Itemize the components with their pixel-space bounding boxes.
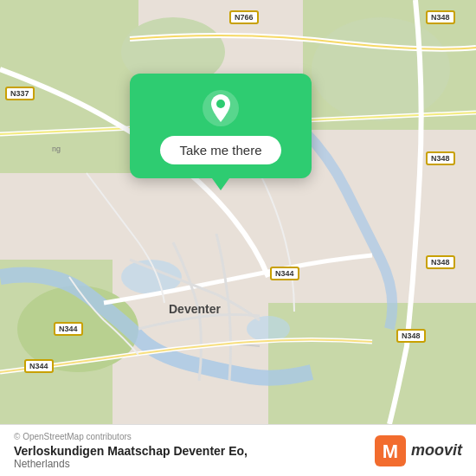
road-badge-n348-right1: N348 <box>426 151 455 165</box>
svg-point-9 <box>247 316 290 342</box>
svg-rect-4 <box>268 303 476 424</box>
road-badge-n344-mid: N344 <box>270 267 299 280</box>
svg-text:M: M <box>383 441 398 462</box>
take-me-there-button[interactable]: Take me there <box>160 136 280 164</box>
svg-text:ng: ng <box>52 145 61 153</box>
svg-point-6 <box>312 17 450 121</box>
road-badge-n344-left1: N344 <box>54 322 83 336</box>
road-badge-n348-top: N348 <box>426 10 455 24</box>
road-badge-n348-right3: N348 <box>396 329 426 343</box>
svg-text:Deventer: Deventer <box>169 302 221 316</box>
moovit-logo: M moovit <box>375 435 462 466</box>
footer-info: © OpenStreetMap contributors Verloskundi… <box>14 432 248 470</box>
location-name: Verloskundigen Maatschap Deventer Eo, <box>14 444 248 458</box>
road-badge-n348-right2: N348 <box>426 255 455 269</box>
map-container: Deventer ng N766 N766 N348 N348 N348 N34… <box>0 0 476 424</box>
footer: © OpenStreetMap contributors Verloskundi… <box>0 424 476 476</box>
road-badge-n337: N337 <box>5 87 35 100</box>
svg-point-15 <box>216 100 225 108</box>
location-country: Netherlands <box>14 458 248 470</box>
moovit-m-icon: M <box>375 435 406 466</box>
location-pin-icon <box>202 89 240 127</box>
popup-card: Take me there <box>130 74 312 178</box>
moovit-brand-text: moovit <box>411 441 462 460</box>
road-badge-n344-left2: N344 <box>24 359 54 373</box>
road-badge-n766-top: N766 <box>229 10 259 24</box>
attribution-text: © OpenStreetMap contributors <box>14 432 248 441</box>
